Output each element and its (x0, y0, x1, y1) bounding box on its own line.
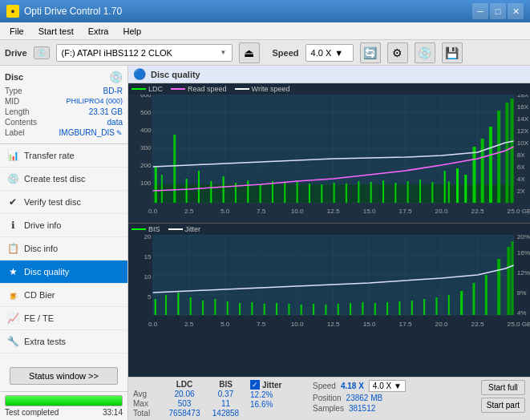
svg-rect-26 (223, 176, 225, 203)
svg-rect-107 (264, 304, 265, 315)
svg-rect-122 (448, 295, 450, 315)
svg-rect-114 (350, 303, 351, 315)
svg-text:7.5: 7.5 (257, 321, 266, 328)
speed-stat-value: 4.18 X (341, 382, 364, 390)
svg-text:0.0: 0.0 (148, 208, 158, 215)
svg-text:20.0: 20.0 (435, 321, 448, 328)
titlebar: ● Opti Drive Control 1.70 ─ □ ✕ (0, 0, 530, 22)
svg-rect-126 (497, 259, 500, 315)
window-controls[interactable]: ─ □ ✕ (472, 3, 524, 19)
nav-label: Disc info (24, 244, 58, 253)
avg-jitter: 12.2% (250, 390, 273, 399)
sidebar-item-create-test-disc[interactable]: 💿 Create test disc (0, 168, 127, 191)
svg-text:12%: 12% (517, 269, 530, 277)
length-value: 23.31 GB (89, 107, 123, 116)
menu-help[interactable]: Help (116, 25, 148, 38)
svg-text:22.5: 22.5 (471, 208, 484, 215)
svg-rect-118 (399, 301, 400, 315)
verify-test-disc-icon: ✔ (6, 196, 19, 208)
svg-rect-100 (177, 293, 179, 315)
svg-rect-106 (251, 302, 253, 315)
chart-header: 🔵 Disc quality (128, 66, 530, 83)
nav-label: Disc quality (24, 267, 69, 277)
sidebar-item-disc-info[interactable]: 📋 Disc info (0, 237, 127, 260)
svg-rect-98 (155, 299, 156, 315)
save-button[interactable]: 💾 (442, 42, 463, 63)
nav-label: Extra tests (24, 337, 66, 346)
svg-rect-30 (272, 181, 273, 203)
eject-button[interactable]: ⏏ (239, 42, 260, 63)
minimize-button[interactable]: ─ (472, 3, 488, 19)
close-button[interactable]: ✕ (508, 3, 524, 19)
jitter-label: Jitter (262, 381, 281, 390)
svg-rect-32 (297, 182, 298, 203)
samples-label: Samples (313, 404, 344, 413)
start-full-button[interactable]: Start full (481, 380, 525, 395)
svg-text:8%: 8% (517, 289, 527, 297)
menu-file[interactable]: File (3, 25, 30, 38)
jitter-checkbox[interactable]: ✓ (250, 380, 260, 390)
sidebar-item-drive-info[interactable]: ℹ Drive info (0, 214, 127, 237)
svg-text:17.5: 17.5 (399, 321, 412, 328)
refresh-button[interactable]: 🔄 (360, 42, 381, 63)
sidebar-item-disc-quality[interactable]: ★ Disc quality (0, 260, 127, 284)
sidebar-item-verify-test-disc[interactable]: ✔ Verify test disc (0, 191, 127, 214)
svg-rect-119 (411, 301, 413, 315)
drive-select[interactable]: (F:) ATAPI iHBS112 2 CLOK ▼ (56, 44, 233, 62)
svg-rect-34 (321, 184, 322, 203)
chart-title: Disc quality (151, 70, 200, 79)
fe-te-icon: 📈 (6, 312, 19, 325)
svg-rect-109 (288, 304, 289, 315)
drive-info-icon: ℹ (6, 219, 19, 232)
max-label: Max (133, 399, 161, 408)
menu-start-test[interactable]: Start test (32, 25, 80, 38)
svg-rect-99 (165, 295, 167, 315)
svg-rect-25 (210, 181, 212, 203)
svg-text:600: 600 (140, 95, 152, 99)
svg-rect-112 (325, 305, 326, 315)
svg-rect-43 (431, 182, 433, 203)
svg-text:16%: 16% (517, 249, 530, 256)
svg-text:2X: 2X (517, 188, 526, 195)
label-value: IMGBURN_DIS ✎ (59, 128, 123, 137)
sidebar-item-cd-bier[interactable]: 🍺 CD Bier (0, 284, 127, 307)
disc-button[interactable]: 💿 (415, 42, 435, 63)
sidebar-item-fe-te[interactable]: 📈 FE / TE (0, 307, 127, 330)
svg-text:10.0: 10.0 (291, 321, 304, 328)
status-window-button[interactable]: Status window >> (10, 367, 118, 385)
menu-extra[interactable]: Extra (82, 25, 115, 38)
svg-rect-115 (362, 302, 363, 315)
svg-rect-42 (419, 180, 421, 203)
svg-rect-31 (284, 183, 285, 203)
progress-bar-fill (6, 396, 122, 406)
type-label: Type (5, 87, 22, 95)
sidebar-item-transfer-rate[interactable]: 📊 Transfer rate (0, 144, 127, 168)
svg-text:4%: 4% (517, 309, 527, 317)
svg-text:25.0: 25.0 (508, 208, 520, 215)
svg-text:5: 5 (148, 293, 152, 301)
disc-section: Disc 💿 Type BD-R MID PHILIPRO4 (000) Len… (0, 66, 127, 144)
drivebar: Drive 💿 (F:) ATAPI iHBS112 2 CLOK ▼ ⏏ Sp… (0, 40, 530, 66)
svg-rect-44 (444, 171, 446, 203)
maximize-button[interactable]: □ (490, 3, 506, 19)
svg-rect-21 (161, 175, 163, 203)
svg-text:14X: 14X (517, 115, 529, 123)
settings-button[interactable]: ⚙ (387, 42, 408, 63)
start-part-button[interactable]: Start part (481, 398, 525, 413)
svg-rect-125 (485, 275, 488, 315)
mid-value: PHILIPRO4 (000) (66, 97, 123, 106)
svg-text:12X: 12X (517, 127, 529, 135)
svg-rect-46 (456, 168, 459, 203)
svg-text:4X: 4X (517, 176, 526, 183)
speed-stat-select[interactable]: 4.0 X ▼ (369, 380, 406, 392)
progress-bar-container (5, 395, 123, 406)
svg-rect-38 (370, 182, 372, 203)
edit-icon[interactable]: ✎ (116, 129, 123, 137)
svg-rect-124 (472, 283, 475, 315)
sidebar-item-extra-tests[interactable]: 🔧 Extra tests (0, 330, 127, 353)
nav-label: Verify test disc (24, 197, 81, 207)
svg-rect-37 (358, 181, 359, 203)
svg-rect-48 (472, 147, 475, 203)
speed-select[interactable]: 4.0 X ▼ (305, 44, 354, 62)
create-test-disc-icon: 💿 (6, 172, 19, 185)
